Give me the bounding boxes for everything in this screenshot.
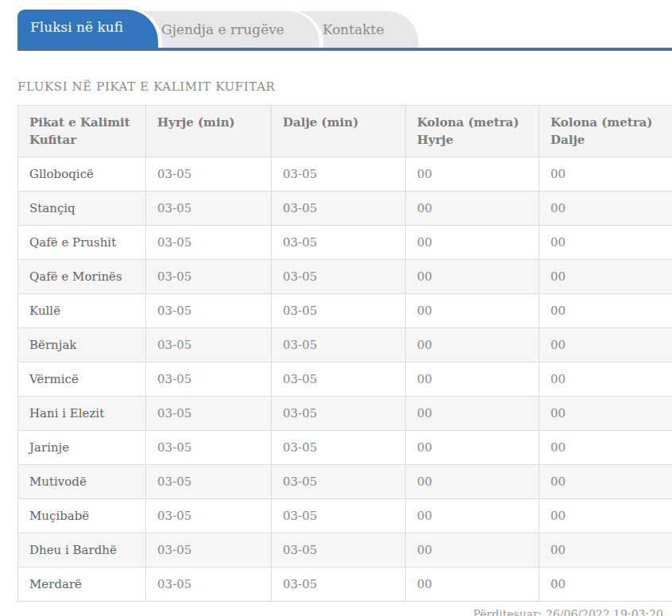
queue-exit-cell: 00 bbox=[539, 533, 672, 568]
crossing-name-cell: Merdarë bbox=[18, 568, 146, 602]
column-header-entry-min: Hyrje (min) bbox=[146, 106, 272, 157]
crossing-name-cell: Qafë e Morinës bbox=[18, 260, 146, 294]
table-row: Qafë e Morinës 03-05 03-05 00 00 bbox=[18, 260, 672, 294]
crossing-name-cell: Jarinje bbox=[18, 431, 146, 465]
crossing-name-cell: Qafë e Prushit bbox=[18, 226, 146, 260]
queue-exit-cell: 00 bbox=[539, 226, 672, 260]
queue-exit-cell: 00 bbox=[539, 328, 672, 362]
exit-min-cell: 03-05 bbox=[272, 362, 406, 397]
queue-entry-cell: 00 bbox=[406, 192, 539, 226]
entry-min-cell: 03-05 bbox=[146, 465, 272, 499]
crossing-name-cell: Hani i Elezit bbox=[18, 397, 146, 431]
queue-entry-cell: 00 bbox=[406, 226, 539, 260]
crossing-name-cell: Glloboqicë bbox=[18, 157, 146, 192]
queue-exit-cell: 00 bbox=[539, 294, 672, 328]
exit-min-cell: 03-05 bbox=[272, 157, 406, 192]
border-flow-table: Pikat e Kalimit Kufitar Hyrje (min) Dalj… bbox=[17, 105, 672, 602]
entry-min-cell: 03-05 bbox=[146, 192, 272, 226]
queue-exit-cell: 00 bbox=[539, 568, 672, 602]
tab-gjendja-e-rrugeve[interactable]: Gjendja e rrugëve bbox=[134, 11, 319, 48]
table-row: Jarinje 03-05 03-05 00 00 bbox=[18, 431, 672, 465]
queue-exit-cell: 00 bbox=[539, 499, 672, 533]
table-row: Qafë e Prushit 03-05 03-05 00 00 bbox=[18, 226, 672, 260]
page-title: FLUKSI NË PIKAT E KALIMIT KUFITAR bbox=[17, 79, 672, 94]
column-header-queue-entry: Kolona (metra) Hyrje bbox=[406, 106, 539, 157]
queue-exit-cell: 00 bbox=[539, 397, 672, 431]
crossing-name-cell: Kullë bbox=[18, 294, 146, 328]
table-row: Mutivodë 03-05 03-05 00 00 bbox=[18, 465, 672, 499]
table-row: Merdarë 03-05 03-05 00 00 bbox=[18, 568, 672, 602]
entry-min-cell: 03-05 bbox=[146, 397, 272, 431]
queue-entry-cell: 00 bbox=[406, 568, 539, 602]
queue-entry-cell: 00 bbox=[406, 260, 539, 294]
entry-min-cell: 03-05 bbox=[146, 499, 272, 533]
crossing-name-cell: Dheu i Bardhë bbox=[18, 533, 146, 568]
entry-min-cell: 03-05 bbox=[146, 533, 272, 568]
table-header-row: Pikat e Kalimit Kufitar Hyrje (min) Dalj… bbox=[18, 106, 672, 157]
column-header-queue-exit: Kolona (metra) Dalje bbox=[539, 106, 672, 157]
exit-min-cell: 03-05 bbox=[272, 465, 406, 499]
queue-entry-cell: 00 bbox=[406, 431, 539, 465]
exit-min-cell: 03-05 bbox=[272, 568, 406, 602]
crossing-name-cell: Vërmicë bbox=[18, 362, 146, 397]
queue-exit-cell: 00 bbox=[539, 362, 672, 397]
table-row: Glloboqicë 03-05 03-05 00 00 bbox=[18, 157, 672, 192]
crossing-name-cell: Mutivodë bbox=[18, 465, 146, 499]
table-row: Muçibabë 03-05 03-05 00 00 bbox=[18, 499, 672, 533]
table-row: Stançiq 03-05 03-05 00 00 bbox=[18, 192, 672, 226]
entry-min-cell: 03-05 bbox=[146, 362, 272, 397]
exit-min-cell: 03-05 bbox=[272, 226, 406, 260]
exit-min-cell: 03-05 bbox=[272, 192, 406, 226]
exit-min-cell: 03-05 bbox=[272, 499, 406, 533]
queue-entry-cell: 00 bbox=[406, 157, 539, 192]
border-flow-table-wrap: Pikat e Kalimit Kufitar Hyrje (min) Dalj… bbox=[17, 105, 672, 602]
queue-entry-cell: 00 bbox=[406, 499, 539, 533]
queue-entry-cell: 00 bbox=[406, 533, 539, 568]
queue-entry-cell: 00 bbox=[406, 397, 539, 431]
queue-entry-cell: 00 bbox=[406, 328, 539, 362]
exit-min-cell: 03-05 bbox=[272, 260, 406, 294]
table-row: Kullë 03-05 03-05 00 00 bbox=[18, 294, 672, 328]
last-updated-timestamp: Përditesuar: 26/06/2022 19:03:20 bbox=[0, 608, 663, 616]
exit-min-cell: 03-05 bbox=[272, 397, 406, 431]
column-header-crossing-points: Pikat e Kalimit Kufitar bbox=[18, 106, 146, 157]
table-body: Glloboqicë 03-05 03-05 00 00 Stançiq 03-… bbox=[18, 157, 672, 602]
entry-min-cell: 03-05 bbox=[146, 568, 272, 602]
entry-min-cell: 03-05 bbox=[146, 294, 272, 328]
entry-min-cell: 03-05 bbox=[146, 157, 272, 192]
queue-exit-cell: 00 bbox=[539, 465, 672, 499]
entry-min-cell: 03-05 bbox=[146, 226, 272, 260]
table-row: Vërmicë 03-05 03-05 00 00 bbox=[18, 362, 672, 397]
exit-min-cell: 03-05 bbox=[272, 431, 406, 465]
entry-min-cell: 03-05 bbox=[146, 431, 272, 465]
queue-entry-cell: 00 bbox=[406, 362, 539, 397]
crossing-name-cell: Muçibabë bbox=[18, 499, 146, 533]
queue-exit-cell: 00 bbox=[539, 157, 672, 192]
exit-min-cell: 03-05 bbox=[272, 328, 406, 362]
tab-fluksi-ne-kufi[interactable]: Fluksi në kufi bbox=[17, 10, 158, 48]
exit-min-cell: 03-05 bbox=[272, 294, 406, 328]
tab-bar: Fluksi në kufi Gjendja e rrugëve Kontakt… bbox=[17, 0, 672, 51]
queue-exit-cell: 00 bbox=[539, 431, 672, 465]
table-row: Hani i Elezit 03-05 03-05 00 00 bbox=[18, 397, 672, 431]
table-row: Dheu i Bardhë 03-05 03-05 00 00 bbox=[18, 533, 672, 568]
column-header-exit-min: Dalje (min) bbox=[272, 106, 406, 157]
queue-exit-cell: 00 bbox=[539, 192, 672, 226]
queue-exit-cell: 00 bbox=[539, 260, 672, 294]
queue-entry-cell: 00 bbox=[406, 294, 539, 328]
exit-min-cell: 03-05 bbox=[272, 533, 406, 568]
crossing-name-cell: Bërnjak bbox=[18, 328, 146, 362]
entry-min-cell: 03-05 bbox=[146, 328, 272, 362]
queue-entry-cell: 00 bbox=[406, 465, 539, 499]
table-row: Bërnjak 03-05 03-05 00 00 bbox=[18, 328, 672, 362]
entry-min-cell: 03-05 bbox=[146, 260, 272, 294]
crossing-name-cell: Stançiq bbox=[18, 192, 146, 226]
